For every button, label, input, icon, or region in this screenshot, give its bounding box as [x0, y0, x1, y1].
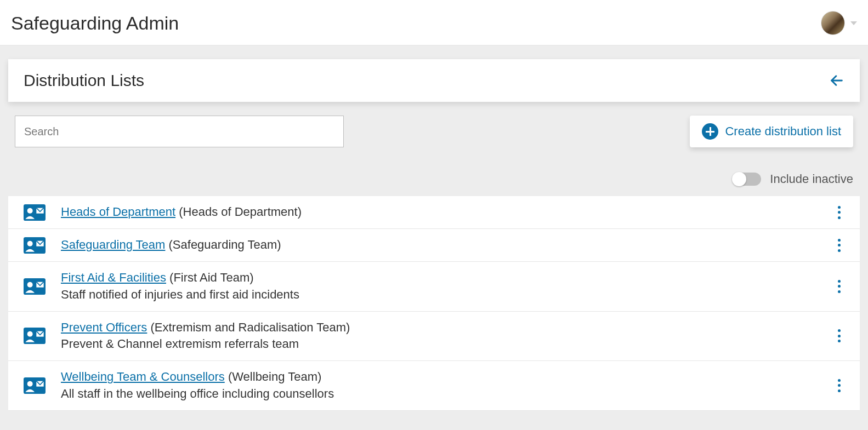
contact-card-icon — [24, 377, 46, 394]
list-item-suffix: (Wellbeing Team) — [228, 370, 321, 383]
svg-point-5 — [27, 240, 33, 246]
list-item-description: All staff in the wellbeing office includ… — [61, 386, 818, 403]
kebab-menu-icon[interactable] — [833, 279, 844, 294]
list-item: Prevent Officers (Extremism and Radicali… — [8, 312, 860, 362]
contact-card-icon — [24, 204, 46, 221]
kebab-menu-icon[interactable] — [833, 328, 844, 343]
list-item: Safeguarding Team (Safeguarding Team) — [8, 229, 860, 262]
include-inactive-row: Include inactive — [8, 172, 860, 196]
create-button-label: Create distribution list — [725, 124, 841, 139]
contact-card-icon — [24, 278, 46, 295]
app-header: Safeguarding Admin — [0, 0, 868, 45]
list-item-text: Heads of Department (Heads of Department… — [61, 204, 818, 221]
search-input[interactable] — [15, 116, 344, 147]
list-item-text: Prevent Officers (Extremism and Radicali… — [61, 319, 818, 353]
chevron-down-icon — [850, 21, 857, 25]
list-item-link[interactable]: Heads of Department — [61, 205, 175, 219]
list-item-link[interactable]: First Aid & Facilities — [61, 271, 166, 284]
list-item-link[interactable]: Wellbeing Team & Counsellors — [61, 370, 225, 383]
svg-point-8 — [27, 282, 33, 287]
svg-point-11 — [27, 331, 33, 337]
user-menu[interactable] — [821, 11, 857, 35]
content-area: Distribution Lists Create distribution l… — [0, 45, 868, 430]
list-item-suffix: (First Aid Team) — [169, 271, 254, 284]
section-title: Distribution Lists — [24, 71, 144, 90]
controls-row: Create distribution list — [8, 116, 860, 147]
plus-icon — [702, 123, 718, 140]
create-distribution-list-button[interactable]: Create distribution list — [690, 116, 853, 147]
contact-card-icon — [24, 328, 46, 344]
list-item-link[interactable]: Safeguarding Team — [61, 238, 165, 251]
section-header: Distribution Lists — [8, 59, 860, 102]
contact-card-icon — [24, 237, 46, 254]
list-item-suffix: (Extremism and Radicalisation Team) — [150, 320, 350, 334]
avatar — [821, 11, 845, 35]
distribution-lists: Heads of Department (Heads of Department… — [8, 196, 860, 411]
list-item-suffix: (Heads of Department) — [179, 205, 302, 219]
include-inactive-toggle[interactable] — [733, 173, 761, 186]
page-title: Safeguarding Admin — [11, 13, 179, 34]
kebab-menu-icon[interactable] — [833, 238, 844, 253]
list-item: Wellbeing Team & Counsellors (Wellbeing … — [8, 361, 860, 411]
list-item-suffix: (Safeguarding Team) — [169, 238, 281, 251]
list-item-text: Safeguarding Team (Safeguarding Team) — [61, 237, 818, 254]
back-arrow-icon[interactable] — [829, 73, 844, 88]
svg-point-14 — [27, 381, 33, 387]
kebab-menu-icon[interactable] — [833, 378, 844, 393]
list-item-description: Staff notified of injuries and first aid… — [61, 286, 818, 303]
list-item-text: First Aid & Facilities (First Aid Team) … — [61, 270, 818, 303]
svg-point-2 — [27, 208, 33, 213]
list-item: First Aid & Facilities (First Aid Team) … — [8, 262, 860, 312]
list-item: Heads of Department (Heads of Department… — [8, 196, 860, 229]
list-item-description: Prevent & Channel extremism referrals te… — [61, 336, 818, 353]
include-inactive-label: Include inactive — [770, 172, 853, 186]
list-item-text: Wellbeing Team & Counsellors (Wellbeing … — [61, 369, 818, 403]
list-item-link[interactable]: Prevent Officers — [61, 320, 147, 334]
kebab-menu-icon[interactable] — [833, 205, 844, 220]
